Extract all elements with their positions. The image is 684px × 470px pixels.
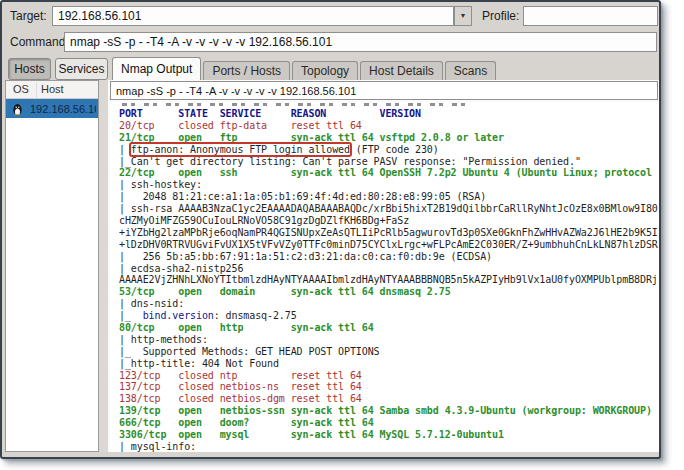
output-line: | ssh-hostkey: bbox=[119, 179, 659, 191]
output-line: 3306/tcp open mysql syn-ack ttl 64 MySQL… bbox=[119, 429, 659, 441]
output-line: 21/tcp open ftp syn-ack ttl 64 vsftpd 2.… bbox=[119, 132, 659, 144]
command-label: Command: bbox=[10, 35, 69, 49]
output-line: | dns-nsid: bbox=[119, 298, 659, 310]
tab-ports-hosts[interactable]: Ports / Hosts bbox=[203, 61, 290, 80]
nmap-output-panel: PORT STATE SERVICE REASON VERSION20/tcp … bbox=[108, 80, 659, 452]
chevron-down-icon[interactable]: ▼ bbox=[454, 6, 472, 26]
output-line: | ssh-rsa AAAAB3NzaC1yc2EAAAADAQABAAABAQ… bbox=[119, 203, 659, 215]
tab-strip: Nmap OutputPorts / HostsTopologyHost Det… bbox=[112, 57, 498, 80]
sidebar-header: OS Host bbox=[6, 81, 98, 99]
output-line: +iYZbHg2lzaMPbRje6oqNamPR4QGISNUpxZeAsQT… bbox=[119, 227, 659, 239]
output-line: 80/tcp open http syn-ack ttl 64 bbox=[119, 322, 659, 334]
command-input[interactable] bbox=[64, 32, 657, 52]
column-divider bbox=[36, 82, 37, 98]
output-line: | ftp-anon: Anonymous FTP login allowed … bbox=[119, 144, 659, 156]
output-line: |_ bind.version: dnsmasq-2.75 bbox=[119, 310, 659, 322]
target-input[interactable] bbox=[52, 6, 454, 26]
tab-nmap-output[interactable]: Nmap Output bbox=[112, 57, 201, 80]
target-label: Target: bbox=[10, 9, 47, 23]
output-line: |_ Supported Methods: GET HEAD POST OPTI… bbox=[119, 346, 659, 358]
output-line: | 2048 81:21:ce:a1:1a:05:b1:69:4f:4d:ed:… bbox=[119, 191, 659, 203]
output-line: | 256 5b:a5:bb:67:91:1a:51:c2:d3:21:da:c… bbox=[119, 251, 659, 263]
output-line: 123/tcp closed ntp reset ttl 64 bbox=[119, 370, 659, 382]
output-line: 53/tcp open domain syn-ack ttl 64 dnsmas… bbox=[119, 286, 659, 298]
output-line: | mysql-info: bbox=[119, 441, 659, 452]
pane-splitter[interactable] bbox=[99, 80, 108, 452]
linux-penguin-icon bbox=[11, 102, 24, 115]
nmap-output-text[interactable]: PORT STATE SERVICE REASON VERSION20/tcp … bbox=[110, 102, 659, 452]
output-line: 22/tcp open ssh syn-ack ttl 64 OpenSSH 7… bbox=[119, 167, 659, 179]
tab-scans[interactable]: Scans bbox=[445, 61, 496, 80]
hosts-sidebar: OS Host 192.168.56.101 bbox=[5, 80, 99, 452]
output-line: |_http-title: 404 Not Found bbox=[119, 358, 659, 370]
output-line: 139/tcp open netbios-ssn syn-ack ttl 64 … bbox=[119, 405, 659, 417]
output-line: 137/tcp closed netbios-ns reset ttl 64 bbox=[119, 381, 659, 393]
view-button-services[interactable]: Services bbox=[55, 58, 108, 80]
clipped-line-top bbox=[122, 103, 467, 106]
output-line: | ecdsa-sha2-nistp256 bbox=[119, 263, 659, 275]
view-button-hosts[interactable]: Hosts bbox=[8, 58, 51, 80]
host-address: 192.168.56.101 bbox=[30, 103, 96, 115]
output-line: 138/tcp closed netbios-dgm reset ttl 64 bbox=[119, 393, 659, 405]
column-os[interactable]: OS bbox=[13, 83, 29, 95]
output-line: AAAAE2VjZHNhLXNoYTItbmlzdHAyNTYAAAAIbmlz… bbox=[119, 274, 659, 286]
column-host[interactable]: Host bbox=[41, 83, 64, 95]
zenmap-window: Target: ▼ Profile: Command: HostsService… bbox=[0, 0, 661, 459]
tab-topology[interactable]: Topology bbox=[292, 61, 358, 80]
output-line: +lDzDHV0RTRVUGviFvUX1X5tVFvVZy0TTFc0minD… bbox=[119, 239, 659, 251]
output-line: 666/tcp open doom? syn-ack ttl 64 bbox=[119, 417, 659, 429]
annotation-box: ftp-anon: Anonymous FTP login allowed bbox=[131, 144, 350, 155]
output-line: 20/tcp closed ftp-data reset ttl 64 bbox=[119, 120, 659, 132]
tab-host-details[interactable]: Host Details bbox=[360, 61, 443, 80]
output-line: cHZMyOiMFZG59OCuIouLRNoVO58C91gzDgDZlfKH… bbox=[119, 215, 659, 227]
output-line: PORT STATE SERVICE REASON VERSION bbox=[119, 108, 659, 120]
host-list-item[interactable]: 192.168.56.101 bbox=[6, 99, 98, 118]
output-command-entry[interactable] bbox=[110, 81, 658, 100]
profile-label: Profile: bbox=[482, 9, 519, 23]
output-line: | http-methods: bbox=[119, 334, 659, 346]
output-line: |_Can't get directory listing: Can't par… bbox=[119, 156, 659, 168]
profile-input[interactable] bbox=[523, 6, 658, 26]
